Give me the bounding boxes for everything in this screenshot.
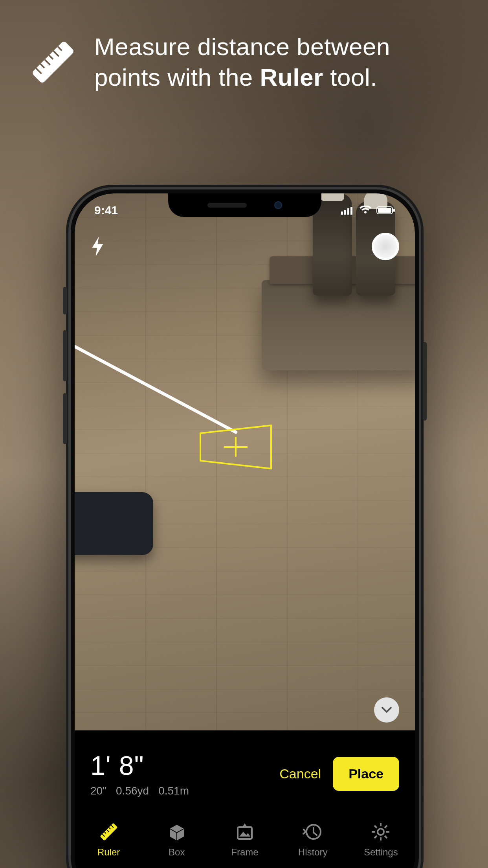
collapse-button[interactable] <box>374 697 399 723</box>
status-right <box>341 206 395 215</box>
frame-icon <box>234 821 256 843</box>
tab-frame[interactable]: Frame <box>217 821 272 858</box>
promo-text: Measure distance between points with the… <box>94 31 390 92</box>
tab-history[interactable]: History <box>285 821 340 858</box>
svg-point-25 <box>378 829 384 835</box>
svg-rect-9 <box>347 208 349 215</box>
battery-icon <box>376 206 395 215</box>
mute-switch <box>63 287 67 314</box>
promo-header: Measure distance between points with the… <box>28 31 464 92</box>
chevron-down-icon <box>381 706 393 714</box>
flash-toggle[interactable] <box>90 237 106 258</box>
svg-line-30 <box>374 826 377 828</box>
tab-label: Settings <box>364 847 398 858</box>
measurement-bar: 1' 8" 20" 0.56yd 0.51m Cancel Place <box>75 730 415 813</box>
tab-label: Frame <box>231 847 258 858</box>
wifi-icon <box>359 206 372 215</box>
status-bar: 9:41 <box>75 200 415 220</box>
measurement-meters: 0.51m <box>158 785 189 797</box>
cancel-button[interactable]: Cancel <box>279 766 321 782</box>
gear-icon <box>370 821 392 843</box>
shutter-button[interactable] <box>372 233 399 260</box>
status-time: 9:41 <box>94 204 118 217</box>
phone-frame: 9:41 <box>66 185 424 868</box>
scene-phone <box>75 492 153 555</box>
promo-line2-suffix: tool. <box>323 64 377 91</box>
measurement-secondary: 20" 0.56yd 0.51m <box>90 785 279 797</box>
svg-line-33 <box>374 836 377 838</box>
volume-down-button <box>63 393 67 444</box>
promo-line2-prefix: points with the <box>94 64 260 91</box>
camera-viewport[interactable] <box>75 193 415 730</box>
tab-settings[interactable]: Settings <box>353 821 408 858</box>
svg-rect-10 <box>350 207 352 215</box>
measurement-primary: 1' 8" <box>90 750 279 781</box>
ruler-icon <box>98 821 120 843</box>
svg-line-31 <box>385 836 387 838</box>
promo-line1: Measure distance between <box>94 33 390 60</box>
svg-line-32 <box>385 826 387 828</box>
tab-ruler[interactable]: Ruler <box>81 821 136 858</box>
svg-rect-13 <box>393 209 395 212</box>
tab-label: Ruler <box>97 847 120 858</box>
svg-rect-8 <box>344 210 346 215</box>
volume-up-button <box>63 330 67 381</box>
box-icon <box>166 821 188 843</box>
tab-box[interactable]: Box <box>149 821 204 858</box>
svg-rect-12 <box>378 208 391 213</box>
svg-rect-7 <box>341 211 343 215</box>
cellular-icon <box>341 206 354 215</box>
history-icon <box>302 821 324 843</box>
target-reticle <box>193 417 279 476</box>
svg-rect-23 <box>238 827 252 839</box>
svg-rect-0 <box>31 40 75 83</box>
tab-label: History <box>298 847 328 858</box>
tab-bar: Ruler Box Frame History Settings <box>75 813 415 868</box>
promo-line2-bold: Ruler <box>260 64 323 91</box>
measurement-actions: Cancel Place <box>279 757 399 791</box>
tab-label: Box <box>169 847 185 858</box>
power-button <box>423 342 427 421</box>
place-button[interactable]: Place <box>333 757 399 791</box>
screen: 9:41 <box>75 193 415 868</box>
measurement-values: 1' 8" 20" 0.56yd 0.51m <box>90 750 279 797</box>
measurement-inches: 20" <box>90 785 106 797</box>
ruler-icon <box>28 37 79 88</box>
measurement-yards: 0.56yd <box>116 785 149 797</box>
